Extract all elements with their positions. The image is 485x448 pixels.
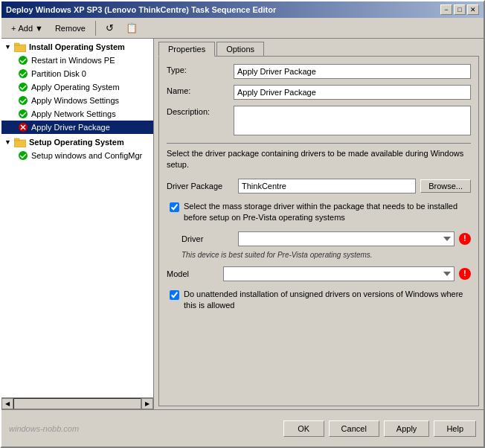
- restore-button[interactable]: □: [454, 4, 466, 15]
- model-row: Model !: [167, 266, 471, 281]
- driver-package-input[interactable]: [238, 179, 416, 193]
- name-input[interactable]: [234, 85, 471, 100]
- tree-item-partition[interactable]: Partition Disk 0: [1, 67, 153, 80]
- tree-group-install-label: Install Operating System: [29, 42, 125, 51]
- tree-item-driver-package-label: Apply Driver Package: [31, 123, 110, 132]
- svg-point-6: [19, 109, 28, 118]
- description-value-container: [234, 106, 471, 137]
- scroll-track[interactable]: [13, 398, 141, 409]
- green-check-icon-4: [18, 95, 28, 106]
- folder-expand-icon-2: ▼: [4, 138, 11, 146]
- main-window: Deploy Windows XP SP3 (Lenovo ThinkCentr…: [0, 0, 485, 448]
- tree-item-network-settings[interactable]: Apply Network Settings: [1, 107, 153, 121]
- cancel-button[interactable]: Cancel: [329, 420, 379, 437]
- model-select[interactable]: [223, 266, 455, 281]
- add-icon: +: [11, 24, 16, 33]
- name-row: Name:: [167, 85, 471, 100]
- green-check-icon-6: [18, 150, 28, 161]
- main-content: ▼ Install Operating System Restart in Wi…: [1, 39, 484, 409]
- toolbar-separator: [95, 21, 96, 36]
- tab-properties-label: Properties: [168, 45, 205, 54]
- description-row: Description:: [167, 106, 471, 137]
- watermark: windows-nobb.com: [9, 424, 79, 433]
- svg-point-2: [19, 56, 28, 65]
- green-check-icon: [18, 55, 28, 65]
- window-title: Deploy Windows XP SP3 (Lenovo ThinkCentr…: [6, 5, 276, 14]
- ok-button[interactable]: OK: [283, 420, 324, 437]
- driver-row: Driver !: [182, 231, 471, 246]
- tree-item-setup-windows-label: Setup windows and ConfigMgr: [31, 151, 142, 160]
- remove-button[interactable]: Remove: [50, 22, 91, 35]
- svg-rect-8: [14, 140, 26, 147]
- red-x-icon: [18, 122, 28, 132]
- title-bar: Deploy Windows XP SP3 (Lenovo ThinkCentr…: [1, 1, 484, 18]
- description-label: Description:: [167, 106, 234, 116]
- svg-point-4: [19, 83, 28, 92]
- type-row: Type:: [167, 64, 471, 79]
- tab-properties[interactable]: Properties: [158, 42, 215, 57]
- tree-group-header-install: ▼ Install Operating System: [1, 40, 153, 54]
- bottom-panel: windows-nobb.com OK Cancel Apply Help: [1, 409, 484, 447]
- svg-point-3: [19, 69, 28, 78]
- description-textarea[interactable]: [234, 106, 471, 135]
- svg-point-5: [19, 96, 28, 105]
- checkbox2-row: Do unattended installation of unsigned d…: [167, 289, 471, 312]
- svg-rect-9: [14, 138, 19, 141]
- driver-label: Driver: [182, 234, 234, 243]
- tree-item-restart-label: Restart in Windows PE: [31, 56, 115, 65]
- checkbox2[interactable]: [170, 290, 179, 300]
- device-info-text: This device is best suited for Pre-Vista…: [182, 251, 471, 259]
- minimize-button[interactable]: −: [440, 4, 452, 15]
- separator: [167, 143, 471, 144]
- instruction-text: Select the driver package containing dri…: [167, 148, 471, 171]
- tree-item-driver-package[interactable]: Apply Driver Package: [1, 121, 153, 134]
- refresh-button[interactable]: ↺: [100, 20, 119, 36]
- browse-button[interactable]: Browse...: [420, 179, 471, 193]
- checkbox1-row: Select the mass storage driver within th…: [167, 201, 471, 224]
- left-panel-wrapper: ▼ Install Operating System Restart in Wi…: [1, 39, 154, 409]
- scroll-left-button[interactable]: ◀: [1, 398, 13, 409]
- toolbar: + Add ▼ Remove ↺ 📋: [1, 18, 484, 39]
- type-input[interactable]: [234, 64, 471, 79]
- left-panel-scrollbar[interactable]: ◀ ▶: [1, 397, 154, 409]
- checkbox1-label: Select the mass storage driver within th…: [184, 201, 471, 224]
- add-button[interactable]: + Add ▼: [6, 22, 48, 35]
- scroll-right-button[interactable]: ▶: [141, 398, 153, 409]
- apply-button[interactable]: Apply: [384, 420, 430, 437]
- tree-item-restart[interactable]: Restart in Windows PE: [1, 54, 153, 67]
- type-value-container: [234, 64, 471, 79]
- refresh-icon: ↺: [106, 22, 114, 33]
- checkbox1[interactable]: [170, 202, 179, 212]
- green-check-icon-2: [18, 68, 28, 79]
- driver-sub-section: Driver ! This device is best suited for …: [167, 231, 471, 259]
- right-panel: Properties Options Type: Name:: [154, 39, 484, 409]
- folder-icon: [14, 42, 26, 52]
- checkbox2-label: Do unattended installation of unsigned d…: [184, 289, 471, 312]
- close-button[interactable]: ✕: [467, 4, 479, 15]
- properties-button[interactable]: 📋: [121, 20, 143, 36]
- tree-item-partition-label: Partition Disk 0: [31, 69, 86, 78]
- title-bar-buttons: − □ ✕: [440, 4, 479, 15]
- svg-rect-0: [14, 45, 26, 52]
- driver-package-label: Driver Package: [167, 182, 234, 191]
- tree-item-setup-windows[interactable]: Setup windows and ConfigMgr: [1, 149, 153, 162]
- driver-warning-icon: !: [459, 233, 471, 245]
- tree-item-applyos-label: Apply Operating System: [31, 83, 120, 92]
- tree-group-setup-label: Setup Operating System: [29, 138, 124, 147]
- tree-item-windows-settings[interactable]: Apply Windows Settings: [1, 94, 153, 107]
- model-label: Model: [167, 269, 219, 278]
- tree-group-install: ▼ Install Operating System Restart in Wi…: [1, 40, 153, 134]
- tab-options[interactable]: Options: [216, 42, 264, 56]
- folder-icon-2: [14, 137, 26, 147]
- svg-rect-1: [14, 43, 19, 45]
- tree-item-network-settings-label: Apply Network Settings: [31, 109, 116, 118]
- tree-group-header-setup: ▼ Setup Operating System: [1, 135, 153, 149]
- name-value-container: [234, 85, 471, 100]
- tree-item-applyos[interactable]: Apply Operating System: [1, 80, 153, 94]
- driver-select[interactable]: [238, 231, 455, 246]
- remove-label: Remove: [55, 24, 86, 33]
- name-label: Name:: [167, 85, 234, 95]
- help-button[interactable]: Help: [434, 420, 476, 437]
- tree-view: ▼ Install Operating System Restart in Wi…: [1, 39, 154, 397]
- tab-content: Type: Name: Description:: [158, 56, 479, 406]
